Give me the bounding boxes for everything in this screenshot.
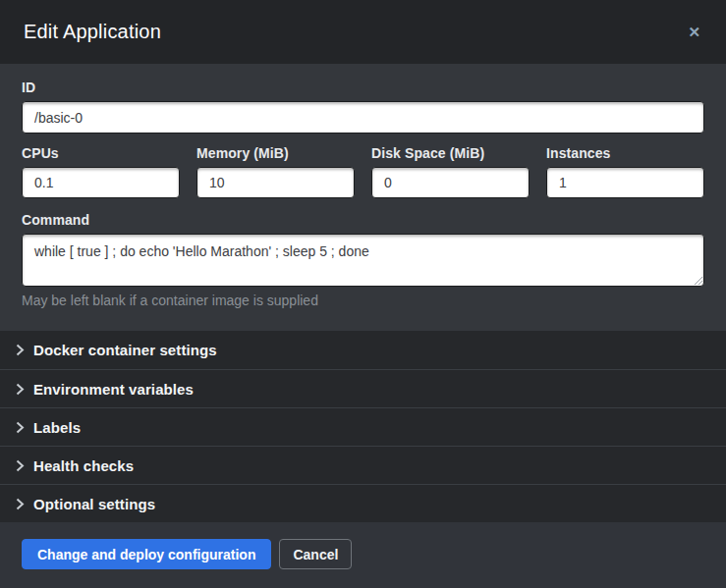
close-icon[interactable]: ✕	[682, 21, 706, 43]
command-textarea-wrap: while [ true ] ; do echo 'Hello Marathon…	[22, 234, 704, 287]
section-label: Health checks	[33, 457, 134, 474]
section-label: Optional settings	[33, 496, 155, 512]
instances-field-group: Instances	[546, 145, 704, 198]
section-optional-settings[interactable]: Optional settings	[0, 484, 726, 522]
section-label: Environment variables	[33, 381, 194, 398]
instances-label: Instances	[546, 145, 704, 161]
cpus-field-group: CPUs	[22, 145, 180, 198]
section-health-checks[interactable]: Health checks	[0, 446, 726, 484]
memory-field-group: Memory (MiB)	[196, 145, 355, 198]
instances-input[interactable]	[546, 167, 704, 198]
modal-footer: Change and deploy configuration Cancel	[0, 522, 726, 588]
command-help-text: May be left blank if a container image i…	[22, 293, 704, 308]
section-docker-container-settings[interactable]: Docker container settings	[0, 331, 726, 369]
cancel-button[interactable]: Cancel	[279, 539, 352, 569]
id-input[interactable]	[22, 101, 704, 134]
resources-row: CPUs Memory (MiB) Disk Space (MiB) Insta…	[22, 145, 704, 198]
cpus-label: CPUs	[22, 145, 180, 161]
id-field-group: ID	[22, 80, 704, 134]
memory-label: Memory (MiB)	[196, 145, 355, 161]
command-label: Command	[22, 212, 704, 228]
disk-space-input[interactable]	[371, 167, 530, 198]
disk-space-field-group: Disk Space (MiB)	[371, 145, 530, 198]
command-textarea[interactable]: while [ true ] ; do echo 'Hello Marathon…	[22, 234, 704, 287]
chevron-right-icon	[16, 344, 25, 356]
chevron-right-icon	[16, 459, 25, 472]
edit-application-modal: Edit Application ✕ ID CPUs Memory (MiB) …	[0, 0, 726, 588]
section-label: Labels	[33, 419, 81, 436]
change-and-deploy-button[interactable]: Change and deploy configuration	[22, 539, 271, 569]
section-label: Docker container settings	[33, 342, 217, 358]
section-labels[interactable]: Labels	[0, 407, 726, 446]
chevron-right-icon	[16, 498, 25, 510]
collapsible-sections: Docker container settings Environment va…	[0, 331, 726, 522]
application-form: ID CPUs Memory (MiB) Disk Space (MiB) In…	[0, 64, 726, 331]
cpus-input[interactable]	[22, 167, 180, 198]
id-label: ID	[22, 80, 704, 95]
chevron-right-icon	[16, 383, 25, 396]
memory-input[interactable]	[196, 167, 355, 198]
page-title: Edit Application	[24, 21, 161, 43]
section-environment-variables[interactable]: Environment variables	[0, 369, 726, 407]
disk-space-label: Disk Space (MiB)	[371, 145, 530, 161]
modal-header: Edit Application ✕	[0, 0, 726, 64]
command-field-group: Command while [ true ] ; do echo 'Hello …	[22, 212, 704, 308]
chevron-right-icon	[16, 421, 25, 434]
